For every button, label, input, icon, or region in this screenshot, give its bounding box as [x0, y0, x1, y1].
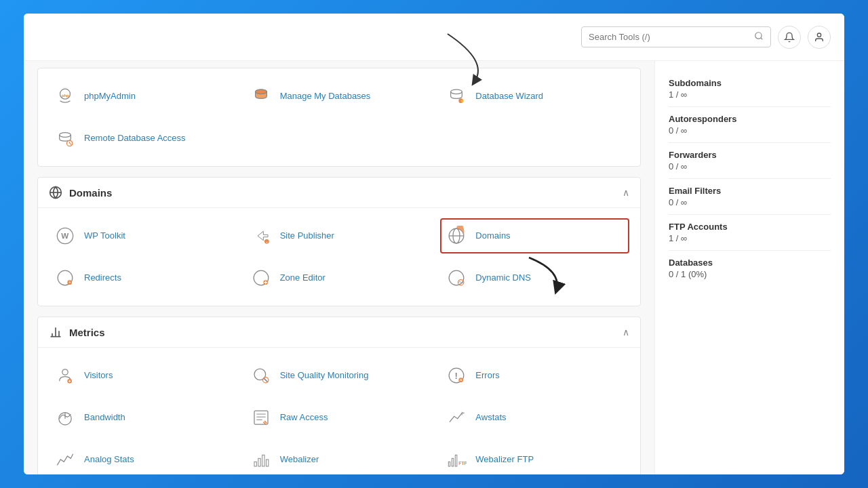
database-wizard-icon: ⚡: [444, 84, 469, 108]
database-wizard-label: Database Wizard: [475, 91, 543, 102]
metrics-section-icon: [49, 325, 62, 339]
stat-ftp-accounts-label: FTP Accounts: [669, 222, 831, 232]
svg-text:⚡: ⚡: [460, 98, 465, 104]
svg-text:W: W: [61, 231, 68, 240]
dynamic-dns-icon: [444, 266, 469, 290]
metrics-section-label: Metrics: [69, 327, 105, 338]
domains-header-left: Domains: [49, 186, 112, 199]
svg-text:+: +: [68, 280, 71, 285]
sidebar: Subdomains 1 / ∞ Autoresponders 0 / ∞ Fo…: [654, 61, 844, 474]
svg-rect-59: [266, 460, 268, 466]
tool-phpmyadmin[interactable]: php phpMyAdmin: [49, 79, 238, 114]
main-window: php phpMyAdmin: [24, 14, 844, 474]
svg-point-10: [60, 133, 71, 138]
redirects-label: Redirects: [84, 272, 121, 284]
stat-forwarders: Forwarders 0 / ∞: [669, 143, 831, 179]
domains-chevron: ∧: [623, 187, 629, 198]
stat-ftp-accounts-value: 1 / ∞: [669, 233, 831, 243]
svg-rect-57: [258, 458, 260, 466]
site-publisher-label: Site Publisher: [280, 230, 334, 242]
manage-databases-label: Manage My Databases: [280, 91, 371, 102]
site-publisher-icon: +: [249, 224, 273, 248]
raw-access-label: Raw Access: [280, 412, 328, 424]
bandwidth-icon: [53, 405, 77, 430]
metrics-grid: Visitors Site Quality Moni: [49, 358, 629, 474]
domains-header[interactable]: Domains ∧: [38, 178, 640, 208]
tool-database-wizard[interactable]: ⚡ Database Wizard: [440, 79, 629, 114]
errors-icon: !: [444, 363, 469, 388]
tool-redirects[interactable]: + Redirects: [49, 260, 238, 296]
tool-webalizer-ftp[interactable]: FTP Webalizer FTP: [440, 442, 629, 474]
analog-stats-label: Analog Stats: [84, 454, 134, 466]
zone-editor-label: Zone Editor: [280, 272, 326, 284]
search-input[interactable]: [589, 32, 754, 42]
visitors-label: Visitors: [84, 370, 113, 382]
stat-forwarders-label: Forwarders: [669, 150, 831, 160]
site-quality-icon: [249, 363, 273, 388]
svg-text:!: !: [455, 371, 458, 381]
tool-wp-toolkit[interactable]: W WP Toolkit: [49, 218, 238, 253]
domains-section-label: Domains: [69, 187, 112, 199]
webalizer-ftp-label: Webalizer FTP: [475, 454, 534, 466]
svg-text:FTP: FTP: [459, 461, 467, 466]
svg-line-13: [70, 144, 72, 145]
site-quality-label: Site Quality Monitoring: [280, 370, 369, 382]
notifications-button[interactable]: [778, 26, 801, 49]
svg-rect-58: [262, 455, 264, 466]
tool-remote-db[interactable]: Remote Database Access: [49, 121, 238, 156]
databases-grid: php phpMyAdmin: [49, 79, 629, 156]
visitors-icon: [53, 363, 77, 388]
tool-analog-stats[interactable]: Analog Stats: [49, 442, 238, 474]
tool-bandwidth[interactable]: Bandwidth: [49, 400, 238, 435]
stat-autoresponders-label: Autoresponders: [669, 114, 831, 124]
wp-toolkit-label: WP Toolkit: [84, 230, 125, 242]
wp-toolkit-icon: W: [53, 224, 77, 248]
webalizer-icon: [249, 447, 273, 472]
svg-point-36: [62, 369, 68, 375]
metrics-header[interactable]: Metrics ∧: [38, 317, 640, 348]
section-domains: Domains ∧ W: [37, 177, 641, 306]
redirects-icon: +: [53, 266, 77, 290]
tool-awstats[interactable]: Awstats: [440, 400, 629, 435]
tool-site-quality[interactable]: Site Quality Monitoring: [245, 358, 434, 393]
stat-databases-value: 0 / 1 (0%): [669, 269, 831, 279]
tool-domains[interactable]: Domains: [440, 218, 629, 253]
tool-zone-editor[interactable]: Zone Editor: [245, 260, 434, 296]
stat-email-filters: Email Filters 0 / ∞: [669, 179, 831, 215]
svg-rect-60: [449, 462, 451, 466]
tool-manage-databases[interactable]: Manage My Databases: [245, 79, 434, 114]
svg-text:+: +: [265, 240, 268, 244]
tool-visitors[interactable]: Visitors: [49, 358, 238, 393]
top-bar: [24, 14, 844, 61]
remote-db-label: Remote Database Access: [84, 133, 186, 144]
tool-webalizer[interactable]: Webalizer: [245, 442, 434, 474]
stat-databases-label: Databases: [669, 258, 831, 268]
stat-email-filters-label: Email Filters: [669, 186, 831, 196]
stat-autoresponders-value: 0 / ∞: [669, 125, 831, 136]
svg-text:php: php: [62, 94, 69, 98]
tool-errors[interactable]: ! Errors: [440, 358, 629, 393]
tool-raw-access[interactable]: Raw Access: [245, 400, 434, 435]
domains-body: W WP Toolkit +: [38, 208, 640, 306]
search-box[interactable]: [581, 26, 771, 47]
tool-dynamic-dns[interactable]: Dynamic DNS: [440, 260, 629, 296]
dynamic-dns-label: Dynamic DNS: [475, 272, 531, 284]
webalizer-ftp-icon: FTP: [444, 447, 469, 472]
stat-autoresponders: Autoresponders 0 / ∞: [669, 107, 831, 143]
svg-rect-56: [254, 462, 256, 466]
svg-point-6: [255, 89, 267, 94]
user-button[interactable]: [808, 26, 831, 49]
top-icons: [778, 26, 831, 49]
globe-section-icon: [49, 186, 62, 199]
tool-site-publisher[interactable]: + Site Publisher: [245, 218, 434, 253]
manage-databases-icon: [249, 84, 273, 108]
svg-point-7: [451, 89, 462, 94]
metrics-body: Visitors Site Quality Moni: [38, 348, 640, 474]
svg-line-1: [761, 38, 763, 40]
bandwidth-label: Bandwidth: [84, 412, 125, 424]
awstats-icon: [444, 405, 469, 430]
search-button[interactable]: [754, 31, 764, 43]
databases-body: php phpMyAdmin: [38, 68, 640, 166]
remote-db-icon: [53, 126, 77, 150]
section-databases: php phpMyAdmin: [37, 68, 641, 167]
